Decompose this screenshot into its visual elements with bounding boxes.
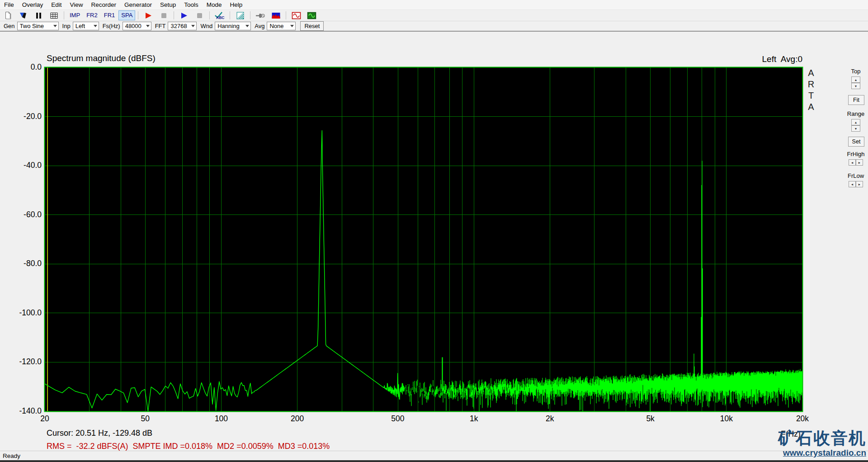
chevron-down-icon: [146, 25, 150, 27]
window-bottom-edge: [0, 460, 868, 462]
fft-value: 32768: [170, 23, 187, 29]
toolbar-separator: [209, 11, 210, 19]
toolbar-button-data-table[interactable]: [48, 10, 60, 20]
toolbar-button-connector-plug[interactable]: [255, 10, 266, 20]
mode-button-spa[interactable]: SPA: [118, 10, 135, 20]
wnd-dropdown[interactable]: Hanning: [215, 22, 251, 30]
wnd-value: Hanning: [217, 23, 239, 29]
fs-value: 48000: [125, 23, 142, 29]
stop-play-icon: [195, 11, 204, 20]
menu-item-recorder[interactable]: Recorder: [87, 0, 121, 10]
record-signal-icon: [19, 11, 28, 20]
side-label-top: Top: [844, 68, 868, 75]
triangle-up-icon: ▲: [854, 78, 858, 81]
toolbar-separator: [250, 11, 250, 19]
chevron-down-icon: [245, 25, 249, 27]
x-tick-label: 20k: [787, 414, 818, 424]
avg-value: None: [269, 23, 283, 29]
record-play-red-icon: [144, 11, 153, 20]
brand-letter: R: [806, 79, 816, 90]
toolbar-button-play-blue[interactable]: [178, 10, 190, 20]
measurement-readout: RMS = -32.2 dBFS(A) SMPTE IMD =0.018% MD…: [47, 442, 330, 451]
gen-dropdown[interactable]: Two Sine: [17, 22, 59, 30]
menu-item-tools[interactable]: Tools: [180, 0, 203, 10]
toolbar-separator: [64, 11, 64, 19]
fit-button[interactable]: Fit: [848, 95, 864, 105]
top-spin-up-button[interactable]: ▲: [851, 76, 860, 83]
y-tick-label: -60.0: [0, 210, 42, 219]
triangle-right-icon: ►: [858, 183, 861, 186]
gen-value: Two Sine: [20, 23, 44, 29]
toolbar-button-stop-play: [193, 10, 205, 20]
signal-generator-green-icon: [307, 11, 316, 20]
frhigh-arrow-left-button[interactable]: ◄: [849, 159, 856, 166]
frhigh-arrow-right-button[interactable]: ►: [856, 159, 863, 166]
menu-item-help[interactable]: Help: [226, 0, 246, 10]
set-button[interactable]: Set: [848, 137, 864, 147]
stop-record-icon: [160, 11, 168, 20]
side-label-frhigh: FrHigh: [844, 151, 868, 157]
x-tick-label: 20: [29, 414, 61, 424]
connector-plug-icon: [255, 11, 265, 20]
toolbar-button-spell-check[interactable]: ABC: [214, 10, 226, 20]
menu-item-file[interactable]: File: [0, 0, 18, 10]
toolbar-button-stop-record: [158, 10, 170, 20]
x-tick-label: 2k: [534, 414, 566, 424]
brand-letter: A: [806, 67, 816, 79]
status-bar: Ready: [0, 451, 868, 462]
y-tick-label: 0.0: [0, 62, 42, 72]
menu-item-edit[interactable]: Edit: [47, 0, 66, 10]
menu-item-mode[interactable]: Mode: [203, 0, 226, 10]
toolbar-button-spectrum-colors[interactable]: [270, 10, 282, 20]
menu-item-generator[interactable]: Generator: [120, 0, 156, 10]
reset-button[interactable]: Reset: [300, 21, 324, 31]
plot-background: [44, 67, 803, 412]
arta-brand-vertical: ARTA: [806, 67, 816, 113]
frlow-arrow-right-button[interactable]: ►: [856, 181, 863, 187]
side-label-range: Range: [844, 110, 868, 117]
plot-side-panel: Top▲▼FitRange▲▼SetFrHigh◄►FrLow◄►: [844, 32, 868, 451]
channel-average-label: Left Avg:0: [696, 54, 802, 64]
y-tick-label: -100.0: [0, 308, 42, 318]
x-tick-label: 1k: [458, 414, 490, 424]
spectrum-plot[interactable]: [44, 67, 803, 412]
svg-text:ABC: ABC: [216, 15, 224, 20]
range-spin-down-button[interactable]: ▼: [851, 125, 860, 132]
x-tick-label: 5k: [635, 414, 666, 424]
fft-dropdown[interactable]: 32768: [168, 22, 197, 30]
mode-button-fr2[interactable]: FR2: [84, 10, 100, 20]
control-label-inp: Inp: [62, 23, 71, 29]
toolbar-button-oscilloscope-red[interactable]: [290, 10, 302, 20]
inp-dropdown[interactable]: Left: [73, 22, 99, 30]
y-tick-label: -120.0: [0, 357, 42, 367]
toolbar-button-record-play-red[interactable]: [142, 10, 154, 20]
play-blue-icon: [180, 11, 189, 20]
toolbar-button-signal-generator-green[interactable]: [306, 10, 317, 20]
toolbar-button-pause[interactable]: [33, 10, 44, 20]
arta-window: FileOverlayEditViewRecorderGeneratorSetu…: [0, 0, 868, 462]
menu-item-view[interactable]: View: [66, 0, 87, 10]
data-table-icon: [50, 11, 58, 20]
chevron-down-icon: [53, 25, 57, 27]
y-tick-label: -20.0: [0, 112, 42, 121]
toolbar-button-diagonal-analysis[interactable]: [234, 10, 246, 20]
chevron-down-icon: [191, 25, 195, 27]
range-spin-up-button[interactable]: ▲: [851, 119, 860, 125]
triangle-left-icon: ◄: [851, 161, 854, 164]
frlow-arrow-left-button[interactable]: ◄: [849, 181, 856, 187]
fs-dropdown[interactable]: 48000: [123, 22, 151, 30]
toolbar-button-new-document[interactable]: [2, 10, 14, 20]
menu-item-overlay[interactable]: Overlay: [18, 0, 47, 10]
avg-dropdown[interactable]: None: [267, 22, 296, 30]
side-label-frlow: FrLow: [844, 172, 868, 179]
x-tick-label: 100: [205, 414, 237, 424]
triangle-right-icon: ►: [858, 161, 861, 164]
toolbar-button-record-signal[interactable]: [17, 10, 29, 20]
mode-button-imp[interactable]: IMP: [67, 10, 83, 20]
brand-letter: T: [806, 90, 816, 101]
top-spin-down-button[interactable]: ▼: [851, 83, 860, 89]
menu-item-setup[interactable]: Setup: [156, 0, 180, 10]
control-label-avg: Avg: [255, 23, 264, 29]
toolbar-separator: [230, 11, 230, 19]
mode-button-fr1[interactable]: FR1: [101, 10, 118, 20]
